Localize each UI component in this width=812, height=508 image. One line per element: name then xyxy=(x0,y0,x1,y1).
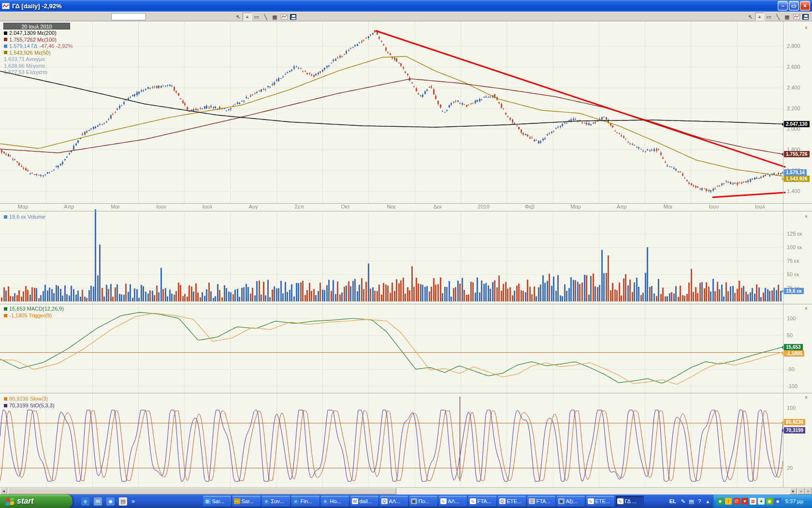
scroll-right-arrow[interactable]: ► xyxy=(790,488,797,494)
horizontal-scrollbar[interactable]: ◄ ► ▪ ▪ xyxy=(0,488,812,494)
task-button-label: Συν... xyxy=(271,498,284,504)
pointer-tool[interactable]: ↖ xyxy=(746,13,755,21)
chart-canvas[interactable] xyxy=(0,21,812,488)
windows-flag-icon xyxy=(6,497,14,506)
chart-type-tool[interactable] xyxy=(279,13,289,21)
graphics-icon[interactable]: ◉ xyxy=(766,498,773,505)
magnifier-icon: Q xyxy=(499,498,506,504)
mail-icon[interactable]: ✉ xyxy=(94,497,102,506)
start-button[interactable]: start xyxy=(0,494,72,508)
grid-tool[interactable]: ▦ xyxy=(270,13,279,21)
scroll-extra-button-2[interactable]: ▪ xyxy=(805,488,812,494)
magnifier-icon: Q xyxy=(381,498,388,504)
chart-glyph-icon xyxy=(793,14,800,19)
chart-type-tool[interactable] xyxy=(792,13,801,21)
market-monitor-icon[interactable]: ▦ xyxy=(750,498,756,505)
grid-tool[interactable]: ▦ xyxy=(783,13,792,21)
chart-icon: ∿ xyxy=(588,498,594,504)
remote-users-icon[interactable]: ☻ xyxy=(717,498,724,505)
restore-button[interactable]: ▭ xyxy=(789,1,799,11)
window-title: ΓΔ [daily] -2,92% xyxy=(12,2,61,10)
task-button-γδ[interactable]: ∿ΓΔ ... xyxy=(616,496,644,507)
save-tool[interactable] xyxy=(289,13,298,21)
task-button-label: dail... xyxy=(360,498,372,504)
scroll-extra-button-1[interactable]: ▪ xyxy=(798,488,805,494)
minimize-button[interactable]: – xyxy=(778,1,788,11)
task-button-label: Sar... xyxy=(242,498,254,504)
task-button-label: ETE... xyxy=(507,498,522,504)
task-button-fin[interactable]: eFin... xyxy=(291,496,319,507)
crosshair-tool[interactable]: + xyxy=(243,13,252,21)
scroll-thumb[interactable] xyxy=(8,488,396,494)
task-button-label: Fin... xyxy=(301,498,312,504)
symbol-input[interactable] xyxy=(111,13,146,20)
task-button-sar[interactable]: ◍Sar... xyxy=(203,496,231,507)
start-label: start xyxy=(17,497,34,506)
crosshair-tool[interactable]: + xyxy=(755,13,764,21)
task-button-συν[interactable]: eΣυν... xyxy=(262,496,290,507)
blocked-icon[interactable]: ∅ xyxy=(733,498,740,505)
save-tool[interactable] xyxy=(801,13,810,21)
hide-icons-chevron[interactable]: ▴ xyxy=(704,498,712,505)
help-icon[interactable]: ? xyxy=(696,498,704,504)
task-button-fta[interactable]: ∿FTA... xyxy=(468,496,496,507)
ie-icon: e xyxy=(263,498,270,504)
quick-launch-chevron[interactable]: » xyxy=(131,498,135,505)
macd-panel-close-icon[interactable]: × xyxy=(803,306,809,312)
toolgroup-left: ↖+▭╲▦ xyxy=(233,13,298,21)
chart-window: ΓΔ [daily] -2,92% – ▭ × ↖+▭╲▦ ↖+▭╲▦ 20 Ι… xyxy=(0,0,812,508)
task-button-label: FTA... xyxy=(478,498,492,504)
task-buttons: ◍Sar...—Sar...eΣυν...eFin...eHo...Wdail.… xyxy=(202,496,644,507)
pointer-tool[interactable]: ↖ xyxy=(233,13,243,21)
globe-icon: ◍ xyxy=(204,498,211,504)
task-button-πο[interactable]: ▣Πο... xyxy=(409,496,437,507)
close-button[interactable]: × xyxy=(800,1,810,11)
task-button-label: FTA... xyxy=(536,498,551,504)
task-button-αλ[interactable]: ∿ΑΛ... xyxy=(439,496,467,507)
task-button-αλ[interactable]: QΑΛ... xyxy=(380,496,408,507)
task-button-label: ΓΔ ... xyxy=(625,498,637,504)
show-desktop-icon[interactable]: ▤ xyxy=(119,497,127,506)
chart-glyph-icon xyxy=(281,14,288,19)
box-zoom-tool[interactable]: ▭ xyxy=(252,13,261,21)
taskbar-clock: 5:37 μμ xyxy=(783,498,808,504)
task-button-ho[interactable]: eHo... xyxy=(321,496,349,507)
trendline-tool[interactable]: ╲ xyxy=(261,13,270,21)
pen-icon[interactable]: ✎ xyxy=(679,498,687,505)
messenger-tray-icon[interactable]: ♥ xyxy=(741,498,748,505)
titlebar[interactable]: ΓΔ [daily] -2,92% – ▭ × xyxy=(0,0,812,12)
stoch-panel-close-icon[interactable]: × xyxy=(803,395,809,401)
trendline-tool[interactable]: ╲ xyxy=(773,13,783,21)
chart-area: 20 Ιουλ 2010 2.047,1309 Mε(200)1.755,726… xyxy=(0,21,812,488)
price-panel-close-icon[interactable]: × xyxy=(803,25,809,31)
keyboard-icon[interactable]: ▤ xyxy=(687,498,696,505)
security-alert-icon[interactable]: ! xyxy=(725,498,732,505)
task-button-label: Ho... xyxy=(330,498,341,504)
scroll-left-arrow[interactable]: ◄ xyxy=(0,488,7,494)
phone-icon: ▯ xyxy=(529,498,535,504)
volume-panel-close-icon[interactable]: × xyxy=(803,214,809,220)
toolgroup-right: ↖+▭╲▦ xyxy=(746,13,810,21)
task-button-ete[interactable]: QETE... xyxy=(498,496,526,507)
ie-icon[interactable]: e xyxy=(81,497,89,506)
language-indicator[interactable]: EL xyxy=(667,498,679,504)
antispyware-icon[interactable]: ● xyxy=(758,498,765,505)
app-icon xyxy=(2,3,10,9)
task-button-sar[interactable]: —Sar... xyxy=(232,496,261,507)
task-button-label: ETE... xyxy=(595,498,610,504)
task-button-ete[interactable]: ∿ETE... xyxy=(586,496,614,507)
task-button-label: Αξι... xyxy=(566,498,578,504)
task-button-αξι[interactable]: ▣Αξι... xyxy=(557,496,585,507)
monitor-icon: ▣ xyxy=(411,498,417,504)
status-icons: ✎▤?▴ xyxy=(679,498,712,505)
network-icon[interactable]: ◆ xyxy=(774,498,781,505)
ie-icon: e xyxy=(293,498,299,504)
messenger-icon[interactable]: ☻ xyxy=(106,497,115,506)
task-button-label: Πο... xyxy=(419,498,430,504)
task-button-fta[interactable]: ▯FTA... xyxy=(527,496,555,507)
doc-icon: W xyxy=(352,498,358,504)
taskbar-right-cluster: EL ✎▤?▴ ☻!∅♥▦●◉◆5:37 μμ xyxy=(667,494,812,508)
box-zoom-tool[interactable]: ▭ xyxy=(764,13,773,21)
task-button-dail[interactable]: Wdail... xyxy=(350,496,378,507)
ie-icon: e xyxy=(322,498,329,504)
